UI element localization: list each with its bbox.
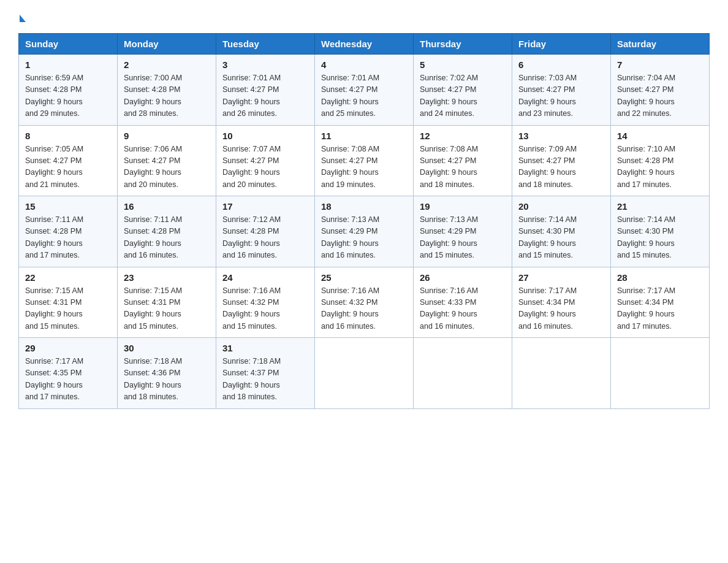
calendar-cell: 8 Sunrise: 7:05 AMSunset: 4:27 PMDayligh…	[19, 125, 118, 196]
calendar-cell: 28 Sunrise: 7:17 AMSunset: 4:34 PMDaylig…	[611, 267, 710, 338]
weekday-header-row: SundayMondayTuesdayWednesdayThursdayFrid…	[19, 34, 710, 55]
day-number: 3	[222, 59, 308, 70]
calendar-cell: 11 Sunrise: 7:08 AMSunset: 4:27 PMDaylig…	[315, 125, 414, 196]
weekday-header-saturday: Saturday	[611, 34, 710, 55]
weekday-header-friday: Friday	[512, 34, 611, 55]
day-number: 16	[124, 201, 210, 212]
logo-arrow-icon	[20, 15, 26, 22]
day-info: Sunrise: 7:16 AMSunset: 4:33 PMDaylight:…	[420, 286, 478, 331]
calendar-week-2: 8 Sunrise: 7:05 AMSunset: 4:27 PMDayligh…	[19, 125, 710, 196]
calendar-cell	[611, 338, 710, 409]
calendar-week-3: 15 Sunrise: 7:11 AMSunset: 4:28 PMDaylig…	[19, 196, 710, 267]
day-info: Sunrise: 7:04 AMSunset: 4:27 PMDaylight:…	[617, 74, 675, 118]
calendar-cell: 19 Sunrise: 7:13 AMSunset: 4:29 PMDaylig…	[414, 196, 512, 267]
day-info: Sunrise: 7:05 AMSunset: 4:27 PMDaylight:…	[25, 145, 83, 189]
day-number: 26	[420, 272, 506, 283]
calendar-cell: 23 Sunrise: 7:15 AMSunset: 4:31 PMDaylig…	[118, 267, 216, 338]
day-number: 12	[420, 131, 506, 141]
calendar-cell: 14 Sunrise: 7:10 AMSunset: 4:28 PMDaylig…	[611, 125, 710, 196]
calendar-cell: 15 Sunrise: 7:11 AMSunset: 4:28 PMDaylig…	[19, 196, 118, 267]
weekday-header-thursday: Thursday	[414, 34, 512, 55]
calendar-cell: 2 Sunrise: 7:00 AMSunset: 4:28 PMDayligh…	[118, 55, 216, 126]
day-number: 11	[321, 131, 407, 141]
day-number: 9	[124, 131, 210, 141]
day-number: 28	[617, 272, 703, 283]
day-info: Sunrise: 7:14 AMSunset: 4:30 PMDaylight:…	[617, 215, 675, 259]
calendar-cell: 1 Sunrise: 6:59 AMSunset: 4:28 PMDayligh…	[19, 55, 118, 126]
day-info: Sunrise: 7:02 AMSunset: 4:27 PMDaylight:…	[420, 74, 478, 118]
calendar-cell: 22 Sunrise: 7:15 AMSunset: 4:31 PMDaylig…	[19, 267, 118, 338]
day-info: Sunrise: 7:16 AMSunset: 4:32 PMDaylight:…	[222, 286, 281, 331]
day-number: 4	[321, 59, 407, 70]
calendar-cell: 26 Sunrise: 7:16 AMSunset: 4:33 PMDaylig…	[414, 267, 512, 338]
calendar-cell: 5 Sunrise: 7:02 AMSunset: 4:27 PMDayligh…	[414, 55, 512, 126]
calendar-cell: 3 Sunrise: 7:01 AMSunset: 4:27 PMDayligh…	[216, 55, 315, 126]
day-info: Sunrise: 7:18 AMSunset: 4:37 PMDaylight:…	[222, 357, 281, 401]
weekday-header-tuesday: Tuesday	[216, 34, 315, 55]
day-info: Sunrise: 6:59 AMSunset: 4:28 PMDaylight:…	[25, 74, 83, 118]
day-number: 6	[518, 59, 604, 70]
page-header	[18, 12, 710, 22]
day-number: 24	[222, 272, 308, 283]
weekday-header-wednesday: Wednesday	[315, 34, 414, 55]
calendar-week-1: 1 Sunrise: 6:59 AMSunset: 4:28 PMDayligh…	[19, 55, 710, 126]
day-number: 22	[25, 272, 111, 283]
day-info: Sunrise: 7:08 AMSunset: 4:27 PMDaylight:…	[321, 145, 379, 189]
day-number: 25	[321, 272, 407, 283]
calendar-cell: 27 Sunrise: 7:17 AMSunset: 4:34 PMDaylig…	[512, 267, 611, 338]
calendar-week-5: 29 Sunrise: 7:17 AMSunset: 4:35 PMDaylig…	[19, 338, 710, 409]
calendar-table: SundayMondayTuesdayWednesdayThursdayFrid…	[18, 33, 710, 409]
day-info: Sunrise: 7:17 AMSunset: 4:35 PMDaylight:…	[25, 357, 83, 401]
calendar-cell: 20 Sunrise: 7:14 AMSunset: 4:30 PMDaylig…	[512, 196, 611, 267]
calendar-cell: 17 Sunrise: 7:12 AMSunset: 4:28 PMDaylig…	[216, 196, 315, 267]
day-info: Sunrise: 7:12 AMSunset: 4:28 PMDaylight:…	[222, 215, 281, 259]
weekday-header-sunday: Sunday	[19, 34, 118, 55]
day-number: 18	[321, 201, 407, 212]
day-info: Sunrise: 7:16 AMSunset: 4:32 PMDaylight:…	[321, 286, 379, 331]
day-info: Sunrise: 7:10 AMSunset: 4:28 PMDaylight:…	[617, 145, 675, 189]
day-number: 29	[25, 343, 111, 353]
day-info: Sunrise: 7:01 AMSunset: 4:27 PMDaylight:…	[321, 74, 379, 118]
day-number: 31	[222, 343, 308, 353]
day-info: Sunrise: 7:15 AMSunset: 4:31 PMDaylight:…	[25, 286, 83, 331]
calendar-cell: 10 Sunrise: 7:07 AMSunset: 4:27 PMDaylig…	[216, 125, 315, 196]
day-number: 14	[617, 131, 703, 141]
day-number: 30	[124, 343, 210, 353]
calendar-cell	[512, 338, 611, 409]
day-number: 27	[518, 272, 604, 283]
day-number: 17	[222, 201, 308, 212]
day-number: 2	[124, 59, 210, 70]
day-number: 5	[420, 59, 506, 70]
weekday-header-monday: Monday	[118, 34, 216, 55]
day-info: Sunrise: 7:03 AMSunset: 4:27 PMDaylight:…	[518, 74, 577, 118]
day-number: 7	[617, 59, 703, 70]
calendar-cell: 7 Sunrise: 7:04 AMSunset: 4:27 PMDayligh…	[611, 55, 710, 126]
calendar-cell: 9 Sunrise: 7:06 AMSunset: 4:27 PMDayligh…	[118, 125, 216, 196]
calendar-cell	[315, 338, 414, 409]
day-info: Sunrise: 7:08 AMSunset: 4:27 PMDaylight:…	[420, 145, 478, 189]
day-info: Sunrise: 7:11 AMSunset: 4:28 PMDaylight:…	[25, 215, 83, 259]
day-info: Sunrise: 7:13 AMSunset: 4:29 PMDaylight:…	[420, 215, 478, 259]
day-info: Sunrise: 7:17 AMSunset: 4:34 PMDaylight:…	[617, 286, 675, 331]
day-info: Sunrise: 7:15 AMSunset: 4:31 PMDaylight:…	[124, 286, 182, 331]
calendar-cell: 18 Sunrise: 7:13 AMSunset: 4:29 PMDaylig…	[315, 196, 414, 267]
calendar-week-4: 22 Sunrise: 7:15 AMSunset: 4:31 PMDaylig…	[19, 267, 710, 338]
calendar-cell: 6 Sunrise: 7:03 AMSunset: 4:27 PMDayligh…	[512, 55, 611, 126]
day-number: 21	[617, 201, 703, 212]
calendar-cell: 21 Sunrise: 7:14 AMSunset: 4:30 PMDaylig…	[611, 196, 710, 267]
calendar-cell: 30 Sunrise: 7:18 AMSunset: 4:36 PMDaylig…	[118, 338, 216, 409]
calendar-cell: 16 Sunrise: 7:11 AMSunset: 4:28 PMDaylig…	[118, 196, 216, 267]
day-info: Sunrise: 7:18 AMSunset: 4:36 PMDaylight:…	[124, 357, 182, 401]
day-number: 8	[25, 131, 111, 141]
day-number: 15	[25, 201, 111, 212]
day-number: 19	[420, 201, 506, 212]
day-info: Sunrise: 7:09 AMSunset: 4:27 PMDaylight:…	[518, 145, 577, 189]
logo	[18, 12, 26, 22]
day-info: Sunrise: 7:07 AMSunset: 4:27 PMDaylight:…	[222, 145, 281, 189]
calendar-cell: 29 Sunrise: 7:17 AMSunset: 4:35 PMDaylig…	[19, 338, 118, 409]
calendar-cell: 24 Sunrise: 7:16 AMSunset: 4:32 PMDaylig…	[216, 267, 315, 338]
day-number: 13	[518, 131, 604, 141]
calendar-cell: 4 Sunrise: 7:01 AMSunset: 4:27 PMDayligh…	[315, 55, 414, 126]
calendar-cell: 13 Sunrise: 7:09 AMSunset: 4:27 PMDaylig…	[512, 125, 611, 196]
day-number: 20	[518, 201, 604, 212]
